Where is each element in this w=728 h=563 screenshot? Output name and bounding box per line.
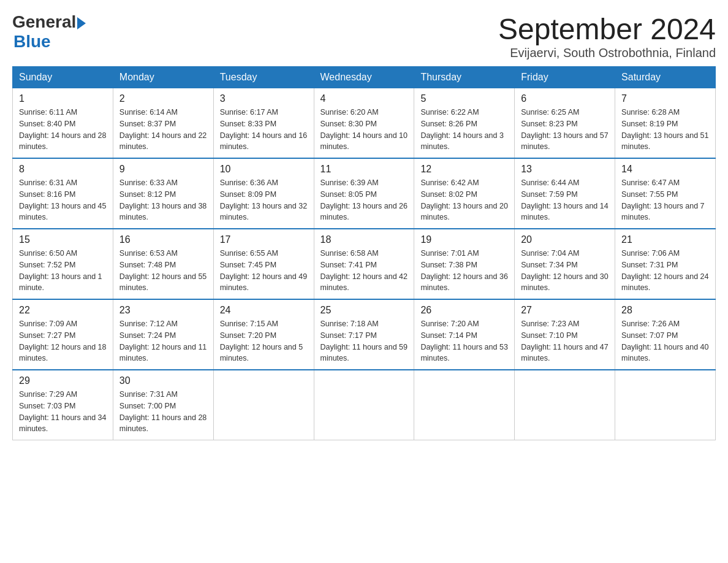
day-number: 10 [220, 164, 308, 175]
calendar-cell: 17 Sunrise: 6:55 AMSunset: 7:45 PMDaylig… [213, 229, 314, 299]
day-info: Sunrise: 7:04 AMSunset: 7:34 PMDaylight:… [521, 248, 609, 294]
calendar-cell [314, 370, 414, 440]
weekday-header-tuesday: Tuesday [213, 67, 314, 88]
calendar-cell: 10 Sunrise: 6:36 AMSunset: 8:09 PMDaylig… [213, 158, 314, 229]
title-section: September 2024 Evijaervi, South Ostrobot… [498, 12, 716, 60]
logo: General Blue [12, 12, 86, 52]
day-number: 14 [621, 164, 709, 175]
day-number: 29 [19, 375, 107, 386]
day-number: 9 [119, 164, 207, 175]
month-title: September 2024 [498, 12, 716, 46]
calendar-cell: 21 Sunrise: 7:06 AMSunset: 7:31 PMDaylig… [615, 229, 716, 299]
calendar-cell: 3 Sunrise: 6:17 AMSunset: 8:33 PMDayligh… [213, 88, 314, 159]
day-info: Sunrise: 7:23 AMSunset: 7:10 PMDaylight:… [521, 318, 609, 364]
calendar-cell: 28 Sunrise: 7:26 AMSunset: 7:07 PMDaylig… [615, 299, 716, 370]
calendar-cell: 24 Sunrise: 7:15 AMSunset: 7:20 PMDaylig… [213, 299, 314, 370]
day-info: Sunrise: 7:15 AMSunset: 7:20 PMDaylight:… [220, 318, 308, 364]
calendar-header-row: SundayMondayTuesdayWednesdayThursdayFrid… [13, 67, 716, 88]
calendar-cell: 1 Sunrise: 6:11 AMSunset: 8:40 PMDayligh… [13, 88, 113, 159]
day-number: 26 [420, 305, 508, 316]
day-info: Sunrise: 6:50 AMSunset: 7:52 PMDaylight:… [19, 248, 107, 294]
day-info: Sunrise: 7:06 AMSunset: 7:31 PMDaylight:… [621, 248, 709, 294]
day-info: Sunrise: 7:01 AMSunset: 7:38 PMDaylight:… [420, 248, 508, 294]
day-number: 20 [521, 234, 609, 245]
day-info: Sunrise: 6:11 AMSunset: 8:40 PMDaylight:… [19, 107, 107, 153]
calendar-cell [213, 370, 314, 440]
weekday-header-wednesday: Wednesday [314, 67, 414, 88]
day-number: 28 [621, 305, 709, 316]
logo-general: General [12, 12, 76, 32]
day-number: 16 [119, 234, 207, 245]
calendar-cell: 20 Sunrise: 7:04 AMSunset: 7:34 PMDaylig… [515, 229, 615, 299]
calendar-cell: 6 Sunrise: 6:25 AMSunset: 8:23 PMDayligh… [515, 88, 615, 159]
day-number: 22 [19, 305, 107, 316]
page-header: General Blue September 2024 Evijaervi, S… [12, 12, 716, 60]
weekday-header-friday: Friday [515, 67, 615, 88]
day-number: 27 [521, 305, 609, 316]
day-info: Sunrise: 7:31 AMSunset: 7:00 PMDaylight:… [119, 389, 207, 435]
calendar-cell: 8 Sunrise: 6:31 AMSunset: 8:16 PMDayligh… [13, 158, 113, 229]
day-info: Sunrise: 7:29 AMSunset: 7:03 PMDaylight:… [19, 389, 107, 435]
day-number: 2 [119, 93, 207, 104]
calendar-cell: 22 Sunrise: 7:09 AMSunset: 7:27 PMDaylig… [13, 299, 113, 370]
day-info: Sunrise: 6:36 AMSunset: 8:09 PMDaylight:… [220, 177, 308, 223]
day-number: 8 [19, 164, 107, 175]
calendar-cell: 2 Sunrise: 6:14 AMSunset: 8:37 PMDayligh… [113, 88, 213, 159]
day-info: Sunrise: 7:09 AMSunset: 7:27 PMDaylight:… [19, 318, 107, 364]
calendar-cell [414, 370, 515, 440]
calendar-cell: 29 Sunrise: 7:29 AMSunset: 7:03 PMDaylig… [13, 370, 113, 440]
calendar-cell: 23 Sunrise: 7:12 AMSunset: 7:24 PMDaylig… [113, 299, 213, 370]
weekday-header-saturday: Saturday [615, 67, 716, 88]
weekday-header-thursday: Thursday [414, 67, 515, 88]
day-number: 13 [521, 164, 609, 175]
calendar-cell: 16 Sunrise: 6:53 AMSunset: 7:48 PMDaylig… [113, 229, 213, 299]
day-number: 24 [220, 305, 308, 316]
calendar-cell: 11 Sunrise: 6:39 AMSunset: 8:05 PMDaylig… [314, 158, 414, 229]
calendar-cell: 26 Sunrise: 7:20 AMSunset: 7:14 PMDaylig… [414, 299, 515, 370]
calendar-cell: 12 Sunrise: 6:42 AMSunset: 8:02 PMDaylig… [414, 158, 515, 229]
calendar-cell: 30 Sunrise: 7:31 AMSunset: 7:00 PMDaylig… [113, 370, 213, 440]
day-info: Sunrise: 6:20 AMSunset: 8:30 PMDaylight:… [320, 107, 408, 153]
day-number: 5 [420, 93, 508, 104]
day-info: Sunrise: 6:31 AMSunset: 8:16 PMDaylight:… [19, 177, 107, 223]
day-info: Sunrise: 7:12 AMSunset: 7:24 PMDaylight:… [119, 318, 207, 364]
day-number: 21 [621, 234, 709, 245]
day-info: Sunrise: 6:22 AMSunset: 8:26 PMDaylight:… [420, 107, 508, 153]
day-number: 6 [521, 93, 609, 104]
day-info: Sunrise: 6:33 AMSunset: 8:12 PMDaylight:… [119, 177, 207, 223]
calendar-week-row: 22 Sunrise: 7:09 AMSunset: 7:27 PMDaylig… [13, 299, 716, 370]
calendar-week-row: 29 Sunrise: 7:29 AMSunset: 7:03 PMDaylig… [13, 370, 716, 440]
location-title: Evijaervi, South Ostrobothnia, Finland [498, 46, 716, 60]
calendar-cell: 4 Sunrise: 6:20 AMSunset: 8:30 PMDayligh… [314, 88, 414, 159]
calendar-cell: 9 Sunrise: 6:33 AMSunset: 8:12 PMDayligh… [113, 158, 213, 229]
day-number: 12 [420, 164, 508, 175]
day-number: 3 [220, 93, 308, 104]
calendar-cell: 15 Sunrise: 6:50 AMSunset: 7:52 PMDaylig… [13, 229, 113, 299]
calendar-cell: 5 Sunrise: 6:22 AMSunset: 8:26 PMDayligh… [414, 88, 515, 159]
calendar-cell [615, 370, 716, 440]
logo-blue: Blue [13, 32, 86, 52]
day-number: 15 [19, 234, 107, 245]
day-number: 30 [119, 375, 207, 386]
day-number: 25 [320, 305, 408, 316]
day-number: 17 [220, 234, 308, 245]
calendar-cell: 25 Sunrise: 7:18 AMSunset: 7:17 PMDaylig… [314, 299, 414, 370]
calendar-cell [515, 370, 615, 440]
day-info: Sunrise: 6:44 AMSunset: 7:59 PMDaylight:… [521, 177, 609, 223]
logo-arrow-icon [77, 17, 86, 29]
day-info: Sunrise: 6:42 AMSunset: 8:02 PMDaylight:… [420, 177, 508, 223]
day-info: Sunrise: 6:17 AMSunset: 8:33 PMDaylight:… [220, 107, 308, 153]
weekday-header-monday: Monday [113, 67, 213, 88]
calendar-week-row: 8 Sunrise: 6:31 AMSunset: 8:16 PMDayligh… [13, 158, 716, 229]
calendar-cell: 18 Sunrise: 6:58 AMSunset: 7:41 PMDaylig… [314, 229, 414, 299]
day-info: Sunrise: 6:14 AMSunset: 8:37 PMDaylight:… [119, 107, 207, 153]
day-info: Sunrise: 6:58 AMSunset: 7:41 PMDaylight:… [320, 248, 408, 294]
calendar-week-row: 1 Sunrise: 6:11 AMSunset: 8:40 PMDayligh… [13, 88, 716, 159]
calendar-table: SundayMondayTuesdayWednesdayThursdayFrid… [12, 66, 716, 440]
day-number: 7 [621, 93, 709, 104]
day-info: Sunrise: 7:20 AMSunset: 7:14 PMDaylight:… [420, 318, 508, 364]
day-number: 11 [320, 164, 408, 175]
day-number: 1 [19, 93, 107, 104]
day-number: 4 [320, 93, 408, 104]
day-info: Sunrise: 6:47 AMSunset: 7:55 PMDaylight:… [621, 177, 709, 223]
